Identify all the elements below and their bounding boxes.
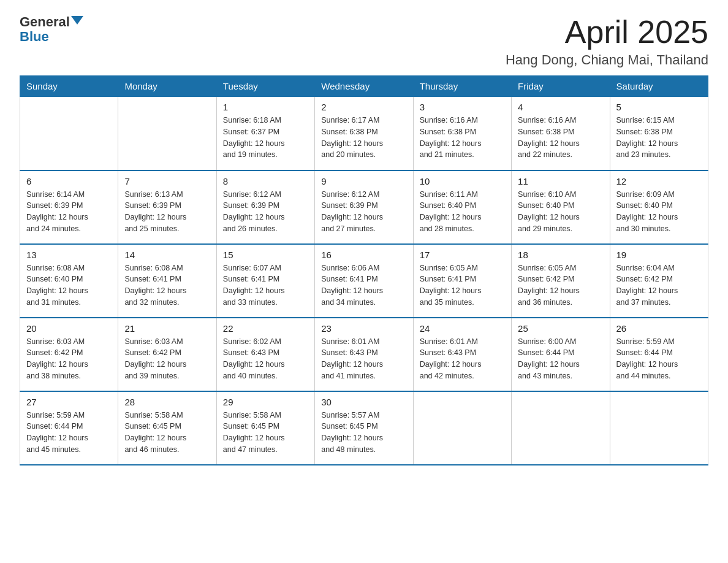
day-info: Sunrise: 6:10 AMSunset: 6:40 PMDaylight:… bbox=[518, 189, 603, 235]
day-number: 16 bbox=[321, 250, 406, 260]
header-friday: Friday bbox=[512, 76, 610, 97]
calendar-cell: 19Sunrise: 6:04 AMSunset: 6:42 PMDayligh… bbox=[610, 244, 708, 318]
calendar-cell: 30Sunrise: 5:57 AMSunset: 6:45 PMDayligh… bbox=[315, 391, 413, 465]
calendar-cell: 20Sunrise: 6:03 AMSunset: 6:42 PMDayligh… bbox=[20, 318, 118, 391]
calendar-cell: 25Sunrise: 6:00 AMSunset: 6:44 PMDayligh… bbox=[512, 318, 610, 391]
day-info: Sunrise: 6:06 AMSunset: 6:41 PMDaylight:… bbox=[321, 262, 406, 308]
day-info: Sunrise: 6:08 AMSunset: 6:41 PMDaylight:… bbox=[124, 262, 210, 308]
weekday-header-row: Sunday Monday Tuesday Wednesday Thursday… bbox=[20, 76, 708, 97]
header-monday: Monday bbox=[118, 76, 216, 97]
calendar-cell: 10Sunrise: 6:11 AMSunset: 6:40 PMDayligh… bbox=[413, 170, 511, 244]
month-title: April 2025 bbox=[506, 15, 708, 50]
day-number: 5 bbox=[616, 102, 702, 112]
day-number: 26 bbox=[616, 323, 702, 334]
calendar-cell: 21Sunrise: 6:03 AMSunset: 6:42 PMDayligh… bbox=[118, 318, 216, 391]
day-number: 19 bbox=[616, 250, 702, 260]
calendar-cell bbox=[20, 97, 118, 170]
calendar-cell: 22Sunrise: 6:02 AMSunset: 6:43 PMDayligh… bbox=[216, 318, 314, 391]
day-number: 28 bbox=[124, 397, 210, 407]
day-info: Sunrise: 6:05 AMSunset: 6:41 PMDaylight:… bbox=[420, 262, 505, 308]
calendar-cell: 18Sunrise: 6:05 AMSunset: 6:42 PMDayligh… bbox=[512, 244, 610, 318]
logo-arrow-icon bbox=[71, 16, 83, 25]
day-number: 25 bbox=[518, 323, 603, 334]
calendar-week-row: 27Sunrise: 5:59 AMSunset: 6:44 PMDayligh… bbox=[20, 391, 708, 465]
day-info: Sunrise: 5:59 AMSunset: 6:44 PMDaylight:… bbox=[26, 410, 112, 456]
day-info: Sunrise: 6:12 AMSunset: 6:39 PMDaylight:… bbox=[223, 189, 308, 235]
day-number: 12 bbox=[616, 176, 702, 186]
day-number: 6 bbox=[26, 176, 112, 186]
header-saturday: Saturday bbox=[610, 76, 708, 97]
day-info: Sunrise: 6:02 AMSunset: 6:43 PMDaylight:… bbox=[223, 336, 308, 382]
calendar-cell: 3Sunrise: 6:16 AMSunset: 6:38 PMDaylight… bbox=[413, 97, 511, 170]
calendar-cell: 13Sunrise: 6:08 AMSunset: 6:40 PMDayligh… bbox=[20, 244, 118, 318]
day-number: 23 bbox=[321, 323, 406, 334]
logo: General Blue bbox=[20, 15, 83, 44]
calendar-cell: 29Sunrise: 5:58 AMSunset: 6:45 PMDayligh… bbox=[216, 391, 314, 465]
day-number: 2 bbox=[321, 102, 406, 112]
logo-general: General bbox=[20, 15, 70, 29]
day-number: 29 bbox=[223, 397, 308, 407]
day-info: Sunrise: 6:18 AMSunset: 6:37 PMDaylight:… bbox=[223, 115, 308, 161]
calendar-cell: 28Sunrise: 5:58 AMSunset: 6:45 PMDayligh… bbox=[118, 391, 216, 465]
header-thursday: Thursday bbox=[413, 76, 511, 97]
day-number: 11 bbox=[518, 176, 603, 186]
day-info: Sunrise: 6:08 AMSunset: 6:40 PMDaylight:… bbox=[26, 262, 112, 308]
page-header: General Blue April 2025 Hang Dong, Chian… bbox=[20, 15, 708, 68]
calendar-cell: 17Sunrise: 6:05 AMSunset: 6:41 PMDayligh… bbox=[413, 244, 511, 318]
calendar-cell bbox=[512, 391, 610, 465]
location-title: Hang Dong, Chiang Mai, Thailand bbox=[506, 52, 708, 68]
day-number: 17 bbox=[420, 250, 505, 260]
day-number: 4 bbox=[518, 102, 603, 112]
calendar-cell: 8Sunrise: 6:12 AMSunset: 6:39 PMDaylight… bbox=[216, 170, 314, 244]
day-info: Sunrise: 6:03 AMSunset: 6:42 PMDaylight:… bbox=[26, 336, 112, 382]
calendar-cell: 24Sunrise: 6:01 AMSunset: 6:43 PMDayligh… bbox=[413, 318, 511, 391]
day-number: 10 bbox=[420, 176, 505, 186]
day-info: Sunrise: 6:01 AMSunset: 6:43 PMDaylight:… bbox=[420, 336, 505, 382]
day-info: Sunrise: 5:59 AMSunset: 6:44 PMDaylight:… bbox=[616, 336, 702, 382]
calendar-week-row: 13Sunrise: 6:08 AMSunset: 6:40 PMDayligh… bbox=[20, 244, 708, 318]
day-info: Sunrise: 6:13 AMSunset: 6:39 PMDaylight:… bbox=[124, 189, 210, 235]
day-info: Sunrise: 6:11 AMSunset: 6:40 PMDaylight:… bbox=[420, 189, 505, 235]
day-info: Sunrise: 6:05 AMSunset: 6:42 PMDaylight:… bbox=[518, 262, 603, 308]
day-info: Sunrise: 6:17 AMSunset: 6:38 PMDaylight:… bbox=[321, 115, 406, 161]
calendar-cell: 2Sunrise: 6:17 AMSunset: 6:38 PMDaylight… bbox=[315, 97, 413, 170]
day-number: 15 bbox=[223, 250, 308, 260]
calendar-cell: 26Sunrise: 5:59 AMSunset: 6:44 PMDayligh… bbox=[610, 318, 708, 391]
calendar-cell: 6Sunrise: 6:14 AMSunset: 6:39 PMDaylight… bbox=[20, 170, 118, 244]
day-info: Sunrise: 6:09 AMSunset: 6:40 PMDaylight:… bbox=[616, 189, 702, 235]
calendar-cell bbox=[413, 391, 511, 465]
calendar-cell: 12Sunrise: 6:09 AMSunset: 6:40 PMDayligh… bbox=[610, 170, 708, 244]
calendar-cell bbox=[610, 391, 708, 465]
calendar-cell: 15Sunrise: 6:07 AMSunset: 6:41 PMDayligh… bbox=[216, 244, 314, 318]
day-info: Sunrise: 6:03 AMSunset: 6:42 PMDaylight:… bbox=[124, 336, 210, 382]
day-number: 13 bbox=[26, 250, 112, 260]
day-number: 8 bbox=[223, 176, 308, 186]
day-number: 18 bbox=[518, 250, 603, 260]
day-number: 14 bbox=[124, 250, 210, 260]
day-number: 1 bbox=[223, 102, 308, 112]
calendar-cell: 7Sunrise: 6:13 AMSunset: 6:39 PMDaylight… bbox=[118, 170, 216, 244]
calendar-cell: 23Sunrise: 6:01 AMSunset: 6:43 PMDayligh… bbox=[315, 318, 413, 391]
day-info: Sunrise: 5:58 AMSunset: 6:45 PMDaylight:… bbox=[223, 410, 308, 456]
day-number: 20 bbox=[26, 323, 112, 334]
title-block: April 2025 Hang Dong, Chiang Mai, Thaila… bbox=[506, 15, 708, 68]
calendar-week-row: 1Sunrise: 6:18 AMSunset: 6:37 PMDaylight… bbox=[20, 97, 708, 170]
day-info: Sunrise: 6:16 AMSunset: 6:38 PMDaylight:… bbox=[518, 115, 603, 161]
day-info: Sunrise: 5:58 AMSunset: 6:45 PMDaylight:… bbox=[124, 410, 210, 456]
day-number: 21 bbox=[124, 323, 210, 334]
calendar-table: Sunday Monday Tuesday Wednesday Thursday… bbox=[20, 75, 708, 465]
day-info: Sunrise: 6:04 AMSunset: 6:42 PMDaylight:… bbox=[616, 262, 702, 308]
day-number: 7 bbox=[124, 176, 210, 186]
day-info: Sunrise: 5:57 AMSunset: 6:45 PMDaylight:… bbox=[321, 410, 406, 456]
day-number: 22 bbox=[223, 323, 308, 334]
calendar-cell: 27Sunrise: 5:59 AMSunset: 6:44 PMDayligh… bbox=[20, 391, 118, 465]
calendar-cell: 16Sunrise: 6:06 AMSunset: 6:41 PMDayligh… bbox=[315, 244, 413, 318]
calendar-cell: 5Sunrise: 6:15 AMSunset: 6:38 PMDaylight… bbox=[610, 97, 708, 170]
day-number: 30 bbox=[321, 397, 406, 407]
day-info: Sunrise: 6:14 AMSunset: 6:39 PMDaylight:… bbox=[26, 189, 112, 235]
calendar-cell: 9Sunrise: 6:12 AMSunset: 6:39 PMDaylight… bbox=[315, 170, 413, 244]
calendar-cell: 14Sunrise: 6:08 AMSunset: 6:41 PMDayligh… bbox=[118, 244, 216, 318]
logo-blue: Blue bbox=[20, 29, 49, 44]
calendar-week-row: 20Sunrise: 6:03 AMSunset: 6:42 PMDayligh… bbox=[20, 318, 708, 391]
day-info: Sunrise: 6:00 AMSunset: 6:44 PMDaylight:… bbox=[518, 336, 603, 382]
